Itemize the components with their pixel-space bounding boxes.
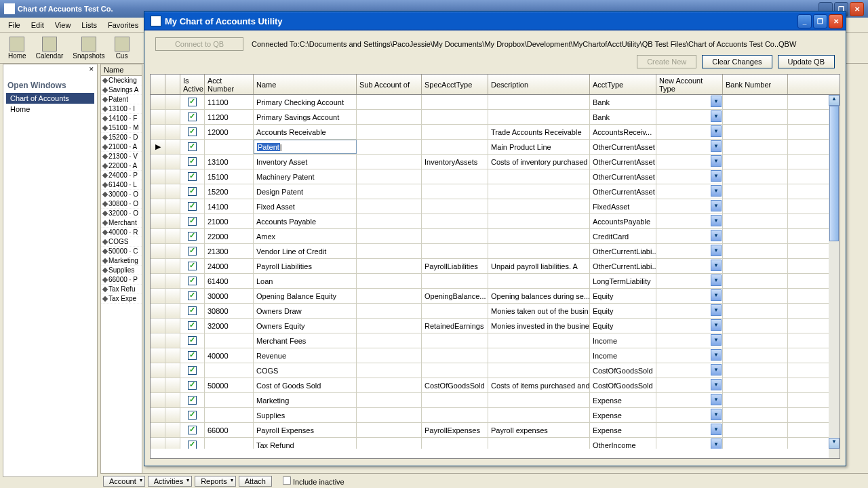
cell-spec-type[interactable] [422, 363, 488, 378]
checkbox-icon[interactable] [188, 157, 197, 166]
list-item[interactable]: Patent [101, 95, 142, 104]
table-row[interactable]: 50000Cost of Goods SoldCostOfGoodsSoldCo… [151, 378, 840, 393]
cell-name[interactable]: Primary Checking Account [254, 95, 357, 109]
cell-is-active[interactable] [180, 259, 205, 273]
cell-is-active[interactable] [180, 184, 205, 199]
vertical-scrollbar[interactable]: ▲ ▼ [829, 95, 840, 449]
menu-favorites[interactable]: Favorites [102, 20, 144, 30]
cell-spec-type[interactable]: OpeningBalance... [422, 289, 488, 303]
cell-new-type[interactable]: ▼ [656, 155, 723, 169]
cell-bank-number[interactable] [723, 438, 788, 449]
cell-spec-type[interactable]: PayrollExpenses [422, 423, 488, 437]
cell-description[interactable]: Unpaid payroll liabilities. A [488, 259, 590, 273]
cell-acct-number[interactable] [205, 333, 254, 348]
dropdown-icon[interactable]: ▼ [711, 439, 722, 449]
cell-is-active[interactable] [180, 393, 205, 407]
cell-sub-account[interactable] [357, 408, 422, 422]
checkbox-icon[interactable] [188, 262, 197, 270]
col-bank-number[interactable]: Bank Number [723, 75, 788, 94]
cell-acct-type[interactable]: Expense [590, 408, 656, 422]
cell-description[interactable]: Costs of inventory purchased [488, 155, 590, 169]
toolbar-home[interactable]: Home [4, 35, 31, 61]
cell-description[interactable] [488, 393, 590, 407]
menu-file[interactable]: File [3, 20, 26, 30]
list-item[interactable]: Tax Refu [101, 285, 142, 294]
cell-bank-number[interactable] [723, 363, 788, 378]
cell-acct-number[interactable]: 50000 [205, 378, 254, 392]
cell-bank-number[interactable] [723, 289, 788, 303]
list-item[interactable]: Tax Expe [101, 294, 142, 304]
checkbox-icon[interactable] [188, 247, 197, 256]
checkbox-icon[interactable] [188, 232, 197, 241]
cell-description[interactable] [488, 363, 590, 378]
cell-is-active[interactable] [180, 274, 205, 288]
cell-name[interactable]: Fixed Asset [254, 199, 357, 214]
cell-bank-number[interactable] [723, 408, 788, 422]
cell-bank-number[interactable] [723, 95, 788, 109]
checkbox-icon[interactable] [188, 142, 197, 151]
toolbar-cus[interactable]: Cus [111, 35, 134, 61]
cell-acct-number[interactable]: 40000 [205, 348, 254, 363]
cell-bank-number[interactable] [723, 333, 788, 348]
cell-description[interactable] [488, 199, 590, 214]
cell-description[interactable] [488, 184, 590, 199]
cell-acct-type[interactable]: Income [590, 333, 656, 348]
cell-is-active[interactable] [180, 363, 205, 378]
dropdown-icon[interactable]: ▼ [711, 379, 722, 390]
checkbox-icon[interactable] [188, 381, 197, 390]
dropdown-icon[interactable]: ▼ [711, 245, 722, 256]
cell-acct-number[interactable]: 32000 [205, 319, 254, 333]
cell-sub-account[interactable] [357, 259, 422, 273]
col-acct-number[interactable]: Acct Number [205, 75, 254, 94]
cell-sub-account[interactable] [357, 363, 422, 378]
col-is-active[interactable]: Is Active [180, 75, 205, 94]
list-item[interactable]: 61400 · L [101, 180, 142, 190]
cell-name[interactable]: Patent| [254, 140, 357, 154]
list-item[interactable]: 50000 · C [101, 247, 142, 256]
list-item[interactable]: 13100 · I [101, 104, 142, 114]
dropdown-icon[interactable]: ▼ [711, 349, 722, 361]
table-row[interactable]: 12000Accounts ReceivableTrade Accounts R… [151, 125, 840, 140]
cell-new-type[interactable]: ▼ [656, 214, 723, 228]
cell-is-active[interactable] [180, 304, 205, 318]
cell-new-type[interactable]: ▼ [656, 289, 723, 303]
table-row[interactable]: 11200Primary Savings AccountBank▼ [151, 110, 840, 125]
cell-spec-type[interactable] [422, 214, 488, 228]
cell-is-active[interactable] [180, 169, 205, 184]
cell-description[interactable] [488, 274, 590, 288]
cell-is-active[interactable] [180, 244, 205, 258]
create-new-button[interactable]: Create New [637, 55, 696, 68]
cell-new-type[interactable]: ▼ [656, 333, 723, 348]
cell-name[interactable]: Design Patent [254, 184, 357, 199]
scroll-thumb[interactable] [829, 106, 839, 241]
list-item[interactable]: COGS [101, 237, 142, 247]
cell-bank-number[interactable] [723, 319, 788, 333]
cell-sub-account[interactable] [357, 184, 422, 199]
cell-sub-account[interactable] [357, 140, 422, 154]
cell-name[interactable]: Tax Refund [254, 438, 357, 449]
cell-description[interactable]: Trade Accounts Receivable [488, 125, 590, 139]
cell-bank-number[interactable] [723, 229, 788, 243]
cell-description[interactable]: Costs of items purchased and [488, 378, 590, 392]
cell-acct-type[interactable]: CostOfGoodsSold [590, 363, 656, 378]
cell-name[interactable]: Payroll Expenses [254, 423, 357, 437]
cell-is-active[interactable] [180, 140, 205, 154]
dropdown-icon[interactable]: ▼ [711, 140, 722, 152]
cell-new-type[interactable]: ▼ [656, 95, 723, 109]
cell-name[interactable]: COGS [254, 363, 357, 378]
cell-acct-type[interactable]: FixedAsset [590, 199, 656, 214]
checkbox-icon[interactable] [188, 217, 197, 226]
cell-sub-account[interactable] [357, 304, 422, 318]
cell-acct-type[interactable]: OtherCurrentAsset [590, 155, 656, 169]
cell-spec-type[interactable] [422, 229, 488, 243]
list-item[interactable]: 22000 · A [101, 161, 142, 171]
table-row[interactable]: COGSCostOfGoodsSold▼ [151, 363, 840, 378]
cell-acct-number[interactable]: 21000 [205, 214, 254, 228]
dropdown-icon[interactable]: ▼ [711, 110, 722, 122]
cell-acct-number[interactable]: 11200 [205, 110, 254, 124]
cell-bank-number[interactable] [723, 304, 788, 318]
cell-description[interactable] [488, 95, 590, 109]
cell-acct-type[interactable]: OtherCurrentLiabi... [590, 244, 656, 258]
cell-new-type[interactable]: ▼ [656, 393, 723, 407]
cell-is-active[interactable] [180, 289, 205, 303]
